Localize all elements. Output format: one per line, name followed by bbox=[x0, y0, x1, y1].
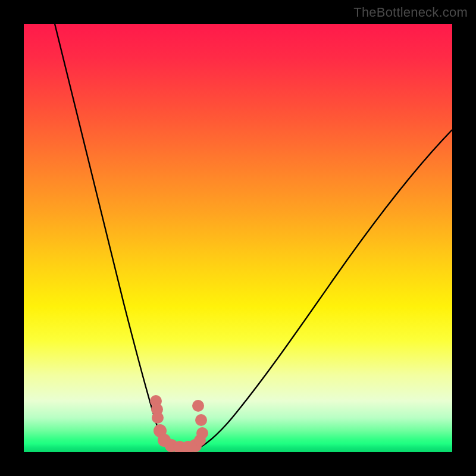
svg-point-11 bbox=[195, 414, 207, 426]
right-curve bbox=[192, 130, 452, 449]
svg-point-2 bbox=[152, 412, 164, 424]
plot-area bbox=[24, 24, 452, 452]
svg-point-12 bbox=[192, 400, 204, 412]
marker-cluster bbox=[150, 395, 208, 452]
svg-point-10 bbox=[196, 427, 208, 439]
chart-frame: TheBottleneck.com bbox=[0, 0, 476, 476]
left-curve bbox=[55, 24, 169, 449]
watermark-text: TheBottleneck.com bbox=[353, 5, 468, 20]
curve-layer bbox=[24, 24, 452, 452]
